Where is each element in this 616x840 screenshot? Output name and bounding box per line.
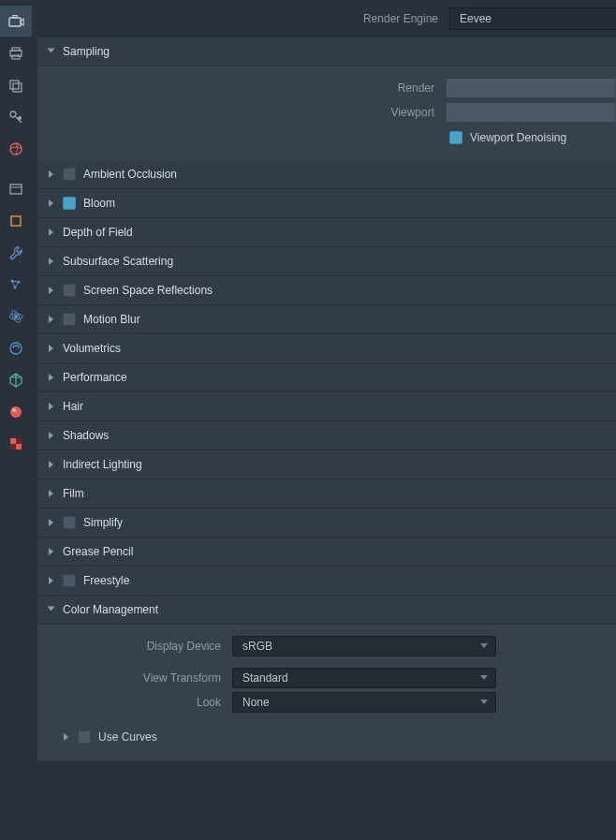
use-curves-checkbox[interactable] — [78, 730, 91, 744]
section-header[interactable]: Hair — [37, 392, 616, 421]
look-select[interactable]: None — [232, 692, 496, 713]
tab-texture[interactable] — [0, 428, 32, 459]
wrench-icon — [7, 244, 24, 261]
look-label: Look — [37, 696, 232, 709]
look-value: None — [242, 696, 270, 709]
svg-rect-10 — [10, 184, 22, 194]
panel-body: Sampling Render Viewport Viewport Denois… — [32, 37, 616, 840]
section-header[interactable]: Volumetrics — [37, 334, 616, 363]
svg-rect-4 — [12, 55, 20, 59]
physics-icon — [7, 308, 24, 325]
section-header[interactable]: Bloom — [37, 189, 616, 218]
svg-rect-5 — [10, 81, 19, 89]
chevron-right-icon — [49, 519, 53, 526]
viewport-denoising-label: Viewport Denoising — [470, 131, 566, 144]
section-title: Motion Blur — [83, 313, 140, 326]
tab-data[interactable] — [0, 364, 32, 395]
view-transform-select[interactable]: Standard — [232, 668, 496, 688]
tab-physics[interactable] — [0, 301, 32, 332]
section-header[interactable]: Grease Pencil — [37, 538, 616, 567]
section-header[interactable]: Freestyle — [37, 567, 616, 596]
section-header[interactable]: Screen Space Reflections — [37, 276, 616, 305]
tab-world[interactable] — [0, 133, 32, 164]
chevron-down-icon — [480, 675, 488, 680]
render-samples-label: Render — [37, 81, 446, 95]
layers-icon — [7, 77, 24, 94]
constraint-icon — [7, 340, 24, 357]
svg-rect-25 — [10, 438, 16, 444]
svg-rect-6 — [13, 83, 22, 92]
display-device-value: sRGB — [242, 640, 272, 653]
section-header[interactable]: Subsurface Scattering — [37, 247, 616, 276]
svg-point-23 — [10, 406, 22, 418]
render-engine-dropdown[interactable]: Eevee — [449, 7, 616, 30]
chevron-right-icon — [49, 228, 53, 236]
tab-material[interactable] — [0, 396, 32, 427]
section-title: Indirect Lighting — [63, 458, 142, 471]
section-title: Grease Pencil — [63, 545, 133, 558]
section-title: Sampling — [63, 45, 110, 58]
row-viewport-denoising: Viewport Denoising — [37, 125, 616, 151]
use-curves-label: Use Curves — [98, 730, 157, 744]
svg-rect-3 — [12, 48, 20, 51]
section-toggle-checkbox[interactable] — [63, 574, 76, 587]
section-toggle-checkbox[interactable] — [63, 516, 76, 529]
section-header[interactable]: Indirect Lighting — [37, 450, 616, 479]
tab-render[interactable] — [0, 6, 32, 37]
section-toggle-checkbox[interactable] — [63, 313, 76, 326]
render-engine-value: Eevee — [460, 12, 491, 25]
section-header[interactable]: Motion Blur — [37, 305, 616, 334]
section-title: Color Management — [63, 603, 158, 616]
tab-constraints[interactable] — [0, 332, 32, 363]
view-transform-label: View Transform — [37, 671, 232, 685]
section-toggle-checkbox[interactable] — [63, 197, 76, 210]
texture-icon — [7, 435, 24, 452]
properties-tab-sidebar — [0, 0, 32, 840]
svg-point-19 — [14, 315, 18, 318]
render-engine-row: Render Engine Eevee — [32, 0, 616, 37]
svg-rect-0 — [9, 18, 21, 26]
viewport-samples-field[interactable] — [446, 102, 616, 123]
svg-line-17 — [15, 282, 19, 287]
svg-point-22 — [10, 343, 22, 354]
chevron-down-icon — [48, 607, 55, 612]
section-header[interactable]: Film — [37, 479, 616, 508]
tab-modifiers[interactable] — [0, 237, 32, 268]
tab-particles[interactable] — [0, 269, 32, 300]
row-use-curves[interactable]: Use Curves — [37, 722, 616, 751]
section-title: Volumetrics — [63, 342, 121, 355]
section-header[interactable]: Depth of Field — [37, 218, 616, 247]
section-header[interactable]: Simplify — [37, 508, 616, 538]
section-header[interactable]: Ambient Occlusion — [37, 160, 616, 189]
chevron-down-icon — [48, 49, 55, 53]
tab-object[interactable] — [0, 205, 32, 236]
section-toggle-checkbox[interactable] — [63, 284, 76, 297]
render-samples-field[interactable] — [446, 78, 616, 98]
section-title: Hair — [63, 400, 83, 413]
section-header[interactable]: Performance — [37, 363, 616, 392]
chevron-right-icon — [64, 733, 68, 741]
chevron-right-icon — [49, 403, 53, 410]
tab-output[interactable] — [0, 37, 32, 68]
svg-rect-28 — [16, 444, 22, 449]
row-render-samples: Render — [37, 76, 616, 100]
viewport-denoising-checkbox[interactable] — [449, 131, 462, 144]
tab-collection[interactable] — [0, 173, 32, 204]
section-title: Bloom — [83, 197, 115, 210]
section-toggle-checkbox[interactable] — [63, 168, 76, 181]
section-header[interactable]: Shadows — [37, 421, 616, 450]
chevron-right-icon — [49, 170, 53, 178]
tab-view-layer[interactable] — [0, 69, 32, 100]
section-sampling-body: Render Viewport Viewport Denoising — [37, 66, 616, 160]
section-title: Ambient Occlusion — [83, 168, 177, 181]
properties-panel: Render Engine Eevee Sampling Render View… — [32, 0, 616, 840]
section-color-management-header[interactable]: Color Management — [37, 596, 616, 625]
row-display-device: Display Device sRGB — [37, 634, 616, 658]
display-device-select[interactable]: sRGB — [232, 636, 496, 656]
tab-scene[interactable] — [0, 101, 32, 132]
material-icon — [7, 404, 24, 420]
section-sampling-header[interactable]: Sampling — [37, 37, 616, 66]
section-title: Shadows — [63, 429, 109, 442]
svg-rect-12 — [11, 216, 21, 226]
particles-icon — [7, 276, 24, 293]
